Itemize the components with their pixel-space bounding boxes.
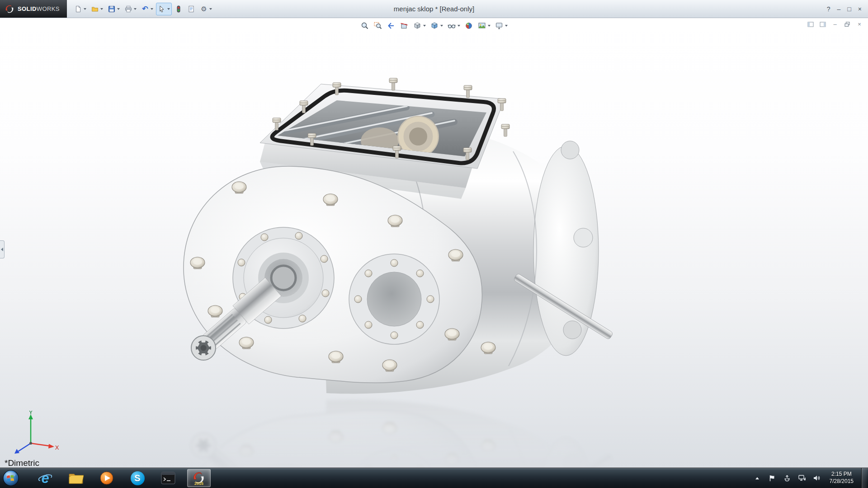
file-properties-icon (187, 5, 195, 13)
taskbar-item-media-player[interactable] (95, 469, 118, 487)
apply-scene-caret[interactable] (488, 25, 491, 27)
section-view-button[interactable] (398, 20, 410, 32)
view-orientation-label: *Dimetric (5, 458, 39, 468)
solidworks-brand: SOLIDWORKS (0, 0, 67, 18)
undo-icon: ↶ (141, 5, 149, 13)
model-reflection (184, 400, 613, 468)
print-icon (124, 5, 132, 13)
save-button[interactable] (106, 3, 122, 15)
hidden-icons-chevron (755, 477, 759, 479)
apply-scene-icon (477, 21, 486, 30)
device-button[interactable] (782, 473, 792, 483)
zoom-to-fit-button[interactable] (359, 20, 371, 32)
device-icon (784, 475, 790, 482)
document-close-button[interactable]: × (855, 21, 863, 28)
view-settings-button[interactable] (493, 20, 509, 32)
options-button[interactable]: ⚙ (198, 3, 214, 15)
open-caret[interactable] (100, 8, 103, 10)
file-properties-button[interactable] (185, 3, 197, 15)
select-caret[interactable] (167, 8, 170, 10)
print-button[interactable] (123, 3, 138, 15)
svg-text:2015: 2015 (194, 481, 203, 486)
taskbar-clock[interactable]: 2:15 PM 7/28/2015 (830, 471, 854, 485)
clock-date: 7/28/2015 (830, 478, 854, 485)
show-desktop-button[interactable] (861, 468, 867, 488)
help-button[interactable]: ? (827, 6, 830, 12)
heads-up-toolbar (359, 20, 509, 32)
start-button[interactable] (0, 468, 22, 488)
document-restore-button[interactable] (843, 21, 851, 28)
new-document-button[interactable] (72, 3, 88, 15)
new-caret[interactable] (84, 8, 86, 10)
network-button[interactable] (797, 473, 807, 483)
panel-collapse-handle[interactable] (0, 240, 5, 258)
zoom-to-fit-icon (360, 21, 369, 30)
undo-button[interactable]: ↶ (139, 3, 155, 15)
save-icon (108, 5, 116, 13)
new-document-icon (74, 5, 82, 13)
panel-left-icon[interactable] (807, 21, 815, 28)
previous-view-button[interactable] (385, 20, 397, 32)
minimize-button[interactable]: – (837, 6, 841, 12)
main-toolbar: ↶ ⚙ (72, 3, 214, 15)
close-button[interactable]: × (858, 6, 862, 12)
select-icon (158, 5, 166, 13)
clock-time: 2:15 PM (830, 471, 854, 478)
document-minimize-button[interactable]: – (831, 21, 839, 28)
x-axis-arrow (31, 443, 50, 446)
hide-show-items-icon (447, 21, 456, 30)
skype-icon: S (131, 471, 145, 485)
media-player-icon (99, 471, 114, 485)
taskbar-item-windows-explorer[interactable] (64, 469, 88, 487)
rebuild-button[interactable] (173, 3, 184, 15)
solidworks-taskbar-icon: 2015 (191, 470, 207, 486)
titlebar: SOLIDWORKS (0, 0, 868, 18)
view-settings-caret[interactable] (505, 25, 508, 27)
taskbar-item-solidworks[interactable]: 2015 (187, 469, 211, 487)
taskbar-item-command-prompt[interactable] (156, 469, 180, 487)
maximize-button[interactable]: □ (847, 6, 851, 12)
taskbar: e S (0, 468, 868, 488)
view-orientation-caret[interactable] (423, 25, 426, 27)
network-icon (798, 475, 806, 481)
display-style-button[interactable] (429, 20, 444, 32)
hide-show-items-button[interactable] (446, 20, 462, 32)
z-axis-arrow (18, 443, 31, 451)
x-axis-label: X (55, 444, 59, 451)
hidden-icons-button[interactable] (752, 473, 762, 483)
edit-appearance-button[interactable] (463, 20, 475, 32)
brand-text: SOLIDWORKS (18, 5, 60, 12)
open-button[interactable] (89, 3, 105, 15)
apply-scene-button[interactable] (476, 20, 492, 32)
action-center-icon (769, 475, 775, 482)
print-caret[interactable] (134, 8, 137, 10)
select-button[interactable] (156, 3, 172, 15)
solidworks-logo (5, 4, 14, 14)
y-axis-label: Y (29, 411, 33, 416)
rebuild-icon (175, 5, 183, 13)
taskbar-items: e S (33, 468, 211, 488)
panel-right-icon[interactable] (819, 21, 827, 28)
options-caret[interactable] (209, 8, 212, 10)
display-style-icon (430, 21, 439, 30)
window-controls: ? – □ × (827, 6, 868, 12)
gearbox-model-render (0, 18, 868, 468)
solidworks-window: SOLIDWORKS (0, 0, 868, 488)
undo-caret[interactable] (151, 8, 153, 10)
display-style-caret[interactable] (440, 25, 443, 27)
window-title: menjac sklop * [Read-only] (394, 5, 474, 13)
save-caret[interactable] (117, 8, 120, 10)
volume-icon (813, 475, 820, 481)
view-orientation-icon (413, 21, 422, 30)
section-view-icon (400, 21, 409, 30)
taskbar-item-skype[interactable]: S (126, 469, 149, 487)
windows-explorer-icon (68, 471, 84, 485)
hide-show-items-caret[interactable] (458, 25, 460, 27)
view-orientation-button[interactable] (411, 20, 427, 32)
zoom-to-area-button[interactable] (372, 20, 384, 32)
volume-button[interactable] (812, 473, 822, 483)
model-viewport[interactable]: – × Y X *Dimetric (0, 18, 868, 468)
edit-appearance-icon (464, 21, 473, 30)
taskbar-item-internet-explorer[interactable]: e (33, 469, 57, 487)
action-center-button[interactable] (767, 473, 777, 483)
